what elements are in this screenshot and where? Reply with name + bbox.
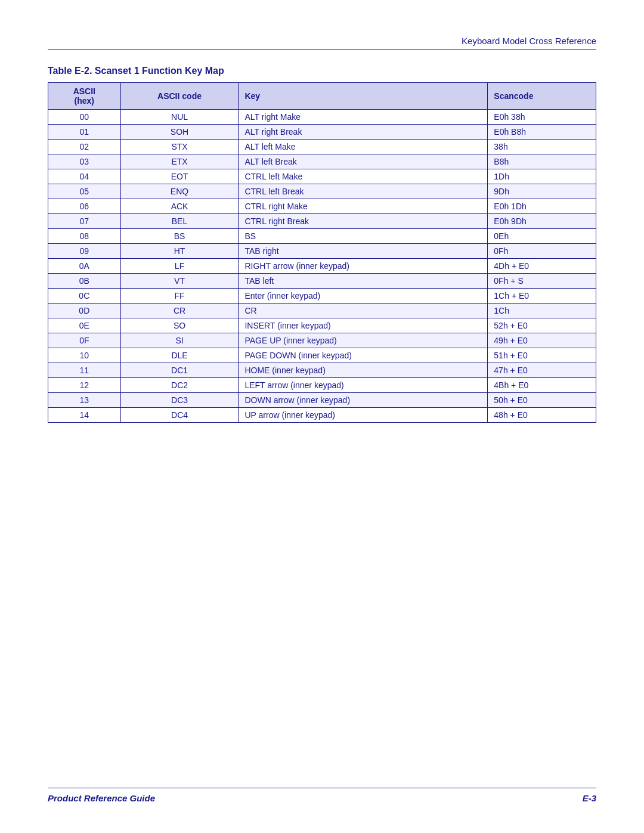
table-header-row: ASCII(hex) ASCII code Key Scancode	[48, 83, 596, 110]
cell-key: CTRL left Break	[239, 184, 488, 199]
cell-ascii-hex: 09	[48, 244, 121, 259]
cell-key: DOWN arrow (inner keypad)	[239, 393, 488, 408]
table-row: 14DC4UP arrow (inner keypad)48h + E0	[48, 408, 596, 423]
cell-ascii-code: CR	[120, 304, 239, 318]
cell-scancode: 9Dh	[488, 184, 596, 199]
cell-ascii-code: ETX	[120, 154, 239, 169]
page: Keyboard Model Cross Reference Table E-2…	[0, 0, 644, 833]
cell-ascii-code: HT	[120, 244, 239, 259]
table-row: 0CFFEnter (inner keypad)1Ch + E0	[48, 289, 596, 304]
cell-scancode: 0Fh	[488, 244, 596, 259]
cell-ascii-hex: 07	[48, 214, 121, 229]
col-header-ascii-code: ASCII code	[120, 83, 239, 110]
cell-scancode: 0Eh	[488, 229, 596, 244]
cell-key: PAGE DOWN (inner keypad)	[239, 348, 488, 363]
cell-ascii-code: BS	[120, 229, 239, 244]
cell-ascii-code: SO	[120, 318, 239, 333]
cell-key: CTRL left Make	[239, 169, 488, 184]
cell-scancode: 51h + E0	[488, 348, 596, 363]
table-row: 0DCRCR1Ch	[48, 304, 596, 318]
cell-scancode: 0Fh + S	[488, 274, 596, 289]
table-row: 00NULALT right MakeE0h 38h	[48, 110, 596, 125]
cell-key: BS	[239, 229, 488, 244]
cell-key: ALT left Make	[239, 140, 488, 154]
footer-left: Product Reference Guide	[48, 793, 155, 803]
cell-key: CTRL right Make	[239, 199, 488, 214]
cell-key: ALT left Break	[239, 154, 488, 169]
table-row: 04EOTCTRL left Make1Dh	[48, 169, 596, 184]
col-header-key: Key	[239, 83, 488, 110]
page-footer: Product Reference Guide E-3	[48, 788, 596, 803]
cell-scancode: E0h 38h	[488, 110, 596, 125]
cell-scancode: 47h + E0	[488, 363, 596, 378]
cell-ascii-hex: 08	[48, 229, 121, 244]
cell-key: PAGE UP (inner keypad)	[239, 333, 488, 348]
cell-ascii-code: DLE	[120, 348, 239, 363]
table-row: 0ALFRIGHT arrow (inner keypad)4Dh + E0	[48, 259, 596, 274]
col-header-ascii-hex: ASCII(hex)	[48, 83, 121, 110]
table-title: Table E-2. Scanset 1 Function Key Map	[48, 66, 596, 76]
table-row: 06ACKCTRL right MakeE0h 1Dh	[48, 199, 596, 214]
cell-ascii-hex: 14	[48, 408, 121, 423]
cell-ascii-hex: 10	[48, 348, 121, 363]
page-header: Keyboard Model Cross Reference	[48, 36, 596, 50]
cell-ascii-code: NUL	[120, 110, 239, 125]
table-row: 02STXALT left Make38h	[48, 140, 596, 154]
cell-ascii-hex: 05	[48, 184, 121, 199]
cell-key: ALT right Make	[239, 110, 488, 125]
cell-ascii-hex: 0A	[48, 259, 121, 274]
cell-ascii-hex: 02	[48, 140, 121, 154]
cell-scancode: 1Dh	[488, 169, 596, 184]
cell-ascii-hex: 12	[48, 378, 121, 393]
cell-scancode: 1Ch	[488, 304, 596, 318]
cell-ascii-hex: 03	[48, 154, 121, 169]
cell-ascii-hex: 0F	[48, 333, 121, 348]
cell-key: HOME (inner keypad)	[239, 363, 488, 378]
cell-scancode: 48h + E0	[488, 408, 596, 423]
cell-ascii-code: BEL	[120, 214, 239, 229]
table-row: 0ESOINSERT (inner keypad)52h + E0	[48, 318, 596, 333]
cell-scancode: 52h + E0	[488, 318, 596, 333]
cell-ascii-hex: 11	[48, 363, 121, 378]
cell-key: ALT right Break	[239, 125, 488, 140]
table-row: 08BSBS0Eh	[48, 229, 596, 244]
scanset-table: ASCII(hex) ASCII code Key Scancode 00NUL…	[48, 82, 596, 423]
table-row: 03ETXALT left BreakB8h	[48, 154, 596, 169]
table-row: 05ENQCTRL left Break9Dh	[48, 184, 596, 199]
cell-ascii-code: ACK	[120, 199, 239, 214]
cell-ascii-code: DC4	[120, 408, 239, 423]
cell-ascii-hex: 00	[48, 110, 121, 125]
cell-ascii-code: ENQ	[120, 184, 239, 199]
cell-ascii-code: FF	[120, 289, 239, 304]
cell-ascii-code: LF	[120, 259, 239, 274]
cell-scancode: 1Ch + E0	[488, 289, 596, 304]
cell-ascii-code: DC1	[120, 363, 239, 378]
cell-key: INSERT (inner keypad)	[239, 318, 488, 333]
cell-ascii-hex: 13	[48, 393, 121, 408]
cell-key: CR	[239, 304, 488, 318]
cell-ascii-code: SOH	[120, 125, 239, 140]
cell-ascii-hex: 0B	[48, 274, 121, 289]
cell-key: RIGHT arrow (inner keypad)	[239, 259, 488, 274]
cell-ascii-code: VT	[120, 274, 239, 289]
cell-ascii-hex: 06	[48, 199, 121, 214]
cell-scancode: 4Bh + E0	[488, 378, 596, 393]
cell-ascii-code: EOT	[120, 169, 239, 184]
cell-ascii-hex: 0C	[48, 289, 121, 304]
cell-scancode: E0h 9Dh	[488, 214, 596, 229]
footer-right: E-3	[583, 793, 596, 803]
cell-scancode: E0h B8h	[488, 125, 596, 140]
cell-key: CTRL right Break	[239, 214, 488, 229]
table-row: 07BELCTRL right BreakE0h 9Dh	[48, 214, 596, 229]
cell-scancode: E0h 1Dh	[488, 199, 596, 214]
cell-scancode: 49h + E0	[488, 333, 596, 348]
table-row: 0FSIPAGE UP (inner keypad)49h + E0	[48, 333, 596, 348]
cell-ascii-hex: 04	[48, 169, 121, 184]
table-row: 09HTTAB right0Fh	[48, 244, 596, 259]
cell-key: Enter (inner keypad)	[239, 289, 488, 304]
table-row: 11DC1HOME (inner keypad)47h + E0	[48, 363, 596, 378]
header-title: Keyboard Model Cross Reference	[462, 36, 596, 46]
cell-scancode: 50h + E0	[488, 393, 596, 408]
cell-ascii-code: STX	[120, 140, 239, 154]
cell-ascii-hex: 0E	[48, 318, 121, 333]
